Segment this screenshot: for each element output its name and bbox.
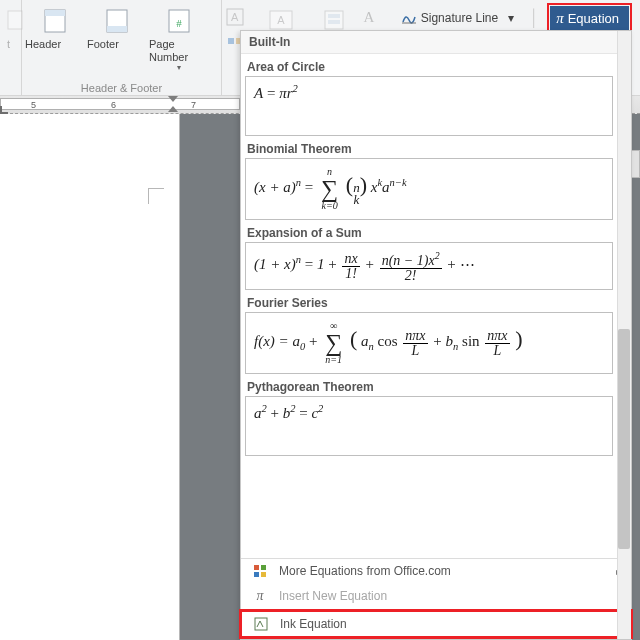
equation-gallery-item[interactable]: Expansion of a Sum (1 + x)n = 1 + nx1! +… (245, 224, 613, 290)
equation-button[interactable]: π Equation (550, 6, 629, 30)
svg-text:A: A (231, 11, 239, 23)
svg-rect-17 (254, 565, 259, 570)
svg-rect-9 (228, 38, 234, 44)
svg-rect-14 (328, 14, 340, 18)
equation-gallery-item[interactable]: Pythagorean Theorem a2 + b2 = c2 (245, 378, 613, 456)
equation-preview: (1 + x)n = 1 + nx1! + n(n − 1)x22! + ⋯ (245, 242, 613, 290)
group-label: Header & Footer (22, 82, 221, 94)
signature-icon (401, 11, 417, 25)
document-page[interactable] (0, 114, 180, 640)
indent-marker[interactable] (168, 106, 178, 112)
svg-rect-19 (254, 572, 259, 577)
header-button[interactable]: Header (28, 4, 82, 51)
svg-rect-15 (328, 20, 340, 24)
equation-preview: a2 + b2 = c2 (245, 396, 613, 456)
equation-button-highlight: π Equation (547, 3, 632, 33)
equation-preview: A = πr2 (245, 76, 613, 136)
signature-line-button[interactable]: Signature Line ▾ (394, 7, 521, 29)
indent-marker[interactable] (168, 96, 178, 102)
ink-equation-menuitem[interactable]: Ink Equation (239, 609, 633, 639)
page-number-button[interactable]: # Page Number ▾ (152, 4, 206, 72)
equation-preview: (x + a)n = n∑k=0 (nk) xkan−k (245, 158, 613, 220)
more-equations-menuitem[interactable]: More Equations from Office.com ▸ (241, 559, 631, 583)
equation-gallery-item[interactable]: Binomial Theorem (x + a)n = n∑k=0 (nk) x… (245, 140, 613, 220)
svg-text:#: # (176, 17, 182, 29)
svg-rect-0 (8, 11, 22, 29)
svg-rect-20 (261, 572, 266, 577)
equation-gallery-item[interactable]: Fourier Series f(x) = a0 + ∞∑n=1 ( an co… (245, 294, 613, 374)
svg-rect-4 (107, 26, 127, 32)
svg-rect-2 (45, 10, 65, 16)
margin-corner-icon (148, 188, 164, 204)
ruler-tick: 5 (31, 100, 36, 110)
pi-icon: π (556, 10, 564, 27)
ink-equation-icon (252, 617, 270, 631)
dropdown-footer: More Equations from Office.com ▸ π Inser… (241, 558, 631, 639)
dropdown-section-header: Built-In (241, 31, 631, 54)
chevron-down-icon: ▾ (177, 64, 181, 72)
equation-dropdown: Built-In Area of Circle A = πr2 Binomial… (240, 30, 632, 640)
mini-a-icon[interactable]: A (358, 6, 380, 28)
dropcap-icon[interactable]: A (224, 6, 246, 28)
footer-button[interactable]: Footer (90, 4, 144, 51)
tab-stop[interactable] (0, 106, 8, 114)
ribbon-group-header-footer: Header Footer # Page Number ▾ Header & F… (22, 0, 222, 96)
svg-rect-18 (261, 565, 266, 570)
svg-text:A: A (277, 14, 285, 26)
pi-icon: π (251, 588, 269, 604)
equation-preview: f(x) = a0 + ∞∑n=1 ( an cos nπxL + bn sin… (245, 312, 613, 374)
ruler-tick: 7 (191, 100, 196, 110)
insert-new-equation-menuitem: π Insert New Equation (241, 583, 631, 609)
ribbon-group-truncated: t (0, 0, 22, 96)
chevron-down-icon: ▾ (508, 11, 514, 25)
office-icon (251, 564, 269, 578)
equation-gallery-item[interactable]: Area of Circle A = πr2 (245, 58, 613, 136)
ruler-tick: 6 (111, 100, 116, 110)
